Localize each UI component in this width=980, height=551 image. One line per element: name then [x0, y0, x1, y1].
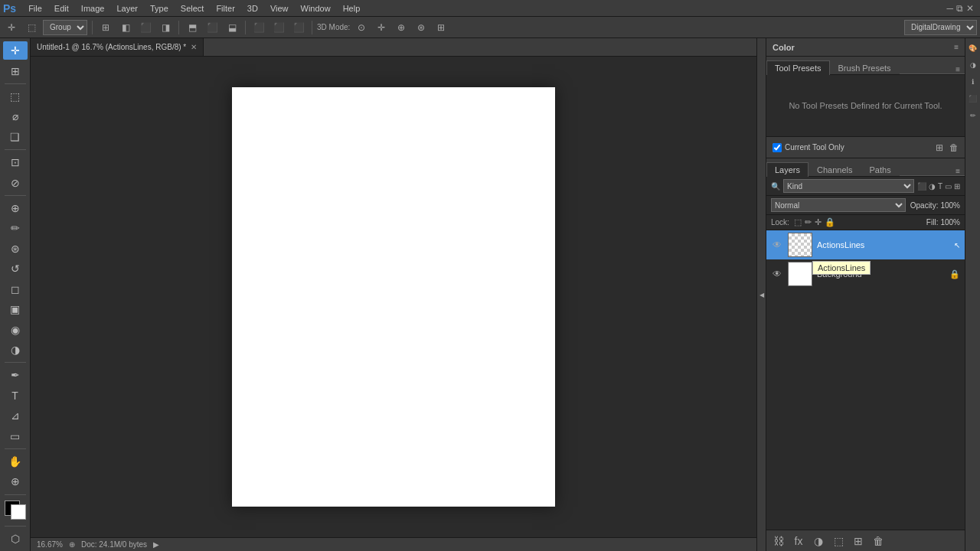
side-icon-adjust[interactable]: ◑: [966, 58, 980, 72]
preset-create-btn[interactable]: ⊞: [936, 142, 943, 153]
zoom-tool[interactable]: ⊕: [3, 472, 28, 491]
menu-help[interactable]: Help: [337, 2, 367, 15]
layers-tab[interactable]: Layers: [766, 162, 808, 177]
menu-edit[interactable]: Edit: [48, 2, 75, 15]
menu-select[interactable]: Select: [175, 2, 211, 15]
group-select[interactable]: Group: [43, 20, 87, 35]
lock-move-icon[interactable]: ✛: [815, 217, 822, 227]
filter-type-icon[interactable]: T: [938, 182, 942, 191]
menu-type[interactable]: Type: [144, 2, 175, 15]
move-tool-icon[interactable]: ✛: [3, 19, 20, 36]
menu-3d[interactable]: 3D: [241, 2, 264, 15]
marquee-tool[interactable]: ⬚: [3, 87, 28, 106]
type-tool[interactable]: T: [3, 386, 28, 405]
screen-mode-btn[interactable]: ⬡: [3, 530, 28, 548]
layer-visibility-background[interactable]: 👁: [771, 268, 783, 280]
lock-pixels-icon[interactable]: ⬚: [794, 217, 802, 227]
hand-tool[interactable]: ✋: [3, 452, 28, 471]
3d-slide-icon[interactable]: ⊛: [413, 19, 430, 36]
move-tool[interactable]: ✛: [3, 41, 28, 60]
crop-tool[interactable]: ⊡: [3, 153, 28, 171]
brush-tool[interactable]: ✏: [3, 219, 28, 237]
layer-effects-btn[interactable]: fx: [791, 533, 806, 549]
link-layers-btn[interactable]: ⛓: [771, 533, 786, 549]
menu-layer[interactable]: Layer: [110, 2, 144, 15]
color-selector[interactable]: [5, 500, 26, 519]
panel-collapse-btn[interactable]: ◀: [756, 38, 766, 551]
filter-smart-icon[interactable]: ⊞: [954, 182, 960, 191]
new-layer-btn[interactable]: ⊞: [851, 533, 866, 549]
3d-zoom-icon[interactable]: ⊕: [393, 19, 410, 36]
blur-tool[interactable]: ◉: [3, 320, 28, 338]
presets-panel-menu[interactable]: ≡: [956, 65, 960, 73]
artboard-icon[interactable]: ⬚: [23, 19, 40, 36]
3d-pan-icon[interactable]: ✛: [373, 19, 390, 36]
new-group-btn[interactable]: ⬚: [831, 533, 846, 549]
gradient-tool[interactable]: ▣: [3, 300, 28, 318]
menu-file[interactable]: File: [22, 2, 48, 15]
zoom-icon[interactable]: ⊕: [69, 540, 75, 549]
side-icon-info[interactable]: ℹ: [966, 75, 980, 89]
shape-tool[interactable]: ▭: [3, 426, 28, 445]
channels-tab[interactable]: Channels: [808, 162, 861, 177]
distribute-v-icon[interactable]: ⬛: [270, 19, 287, 36]
align-center-h-icon[interactable]: ⬛: [137, 19, 154, 36]
status-arrow[interactable]: ▶: [153, 540, 159, 549]
artboard-tool[interactable]: ⊞: [3, 61, 28, 80]
align-bottom-icon[interactable]: ⬓: [224, 19, 240, 36]
fill-value[interactable]: 100%: [940, 218, 960, 227]
minimize-button[interactable]: ─: [946, 3, 953, 14]
dodge-tool[interactable]: ◑: [3, 341, 28, 359]
3d-scale-icon[interactable]: ⊞: [433, 19, 449, 36]
healing-tool[interactable]: ⊕: [3, 199, 28, 217]
paths-tab[interactable]: Paths: [861, 162, 900, 177]
layer-kind-select[interactable]: Kind: [783, 179, 914, 193]
side-icon-layers[interactable]: ⬛: [966, 92, 980, 106]
new-fill-adjustment-btn[interactable]: ◑: [811, 533, 826, 549]
side-icon-color[interactable]: 🎨: [966, 41, 980, 55]
brush-presets-tab[interactable]: Brush Presets: [830, 60, 900, 75]
menu-view[interactable]: View: [264, 2, 295, 15]
lock-all-icon[interactable]: 🔒: [825, 217, 835, 227]
background-color[interactable]: [11, 504, 26, 520]
opacity-value[interactable]: 100%: [940, 201, 960, 210]
filter-shape-icon[interactable]: ▭: [945, 182, 952, 191]
align-middle-v-icon[interactable]: ⬛: [204, 19, 220, 36]
current-tool-only-check[interactable]: [773, 143, 782, 152]
eyedropper-tool[interactable]: ⊘: [3, 173, 28, 191]
distribute-icon2[interactable]: ⬛: [290, 19, 307, 36]
document-tab[interactable]: Untitled-1 @ 16.7% (ActionsLines, RGB/8)…: [31, 38, 204, 56]
menu-filter[interactable]: Filter: [210, 2, 240, 15]
align-right-icon[interactable]: ◨: [157, 19, 174, 36]
layers-panel-menu[interactable]: ≡: [956, 167, 960, 175]
eraser-tool[interactable]: ◻: [3, 279, 28, 298]
current-tool-only-checkbox[interactable]: Current Tool Only: [773, 143, 844, 152]
lasso-tool[interactable]: ⌀: [3, 107, 28, 126]
layer-visibility-actionslines[interactable]: 👁: [771, 239, 783, 251]
distribute-h-icon[interactable]: ⬛: [250, 19, 267, 36]
preset-delete-btn[interactable]: 🗑: [949, 142, 959, 153]
align-top-icon[interactable]: ⬒: [184, 19, 201, 36]
align-left-icon[interactable]: ◧: [117, 19, 134, 36]
delete-layer-btn[interactable]: 🗑: [871, 533, 886, 549]
pen-tool[interactable]: ✒: [3, 366, 28, 384]
close-button[interactable]: ✕: [966, 3, 974, 14]
filter-adjustment-icon[interactable]: ◑: [929, 182, 936, 191]
side-icon-tool[interactable]: ✏: [966, 109, 980, 122]
doc-tab-close[interactable]: ✕: [191, 43, 197, 51]
clone-tool[interactable]: ⊛: [3, 240, 28, 258]
restore-button[interactable]: ⧉: [956, 3, 963, 14]
history-brush-tool[interactable]: ↺: [3, 259, 28, 278]
3d-rotate-icon[interactable]: ⊙: [353, 19, 370, 36]
color-panel-menu[interactable]: ≡: [954, 43, 959, 51]
lock-position-icon[interactable]: ✏: [805, 217, 812, 227]
workspace-select[interactable]: DigitalDrawing: [904, 20, 977, 35]
transform-icon[interactable]: ⊞: [97, 19, 114, 36]
layer-actionslines[interactable]: 👁 ActionsLines ↖ ActionsLines: [766, 230, 965, 259]
path-select-tool[interactable]: ⊿: [3, 406, 28, 425]
menu-window[interactable]: Window: [295, 2, 337, 15]
quick-select-tool[interactable]: ❑: [3, 128, 28, 146]
blend-mode-select[interactable]: Normal: [771, 198, 906, 212]
filter-pixel-icon[interactable]: ⬛: [917, 182, 926, 191]
menu-image[interactable]: Image: [75, 2, 111, 15]
